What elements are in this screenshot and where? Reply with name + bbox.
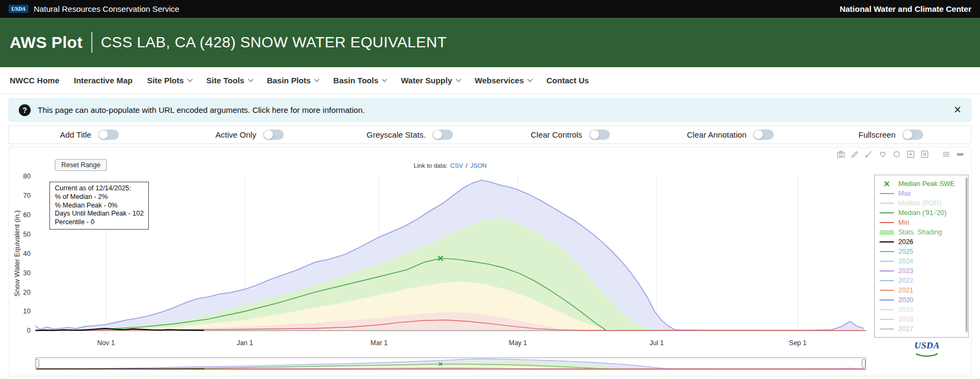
nav-item-webservices[interactable]: Webservices [475, 76, 532, 85]
toggle-spikelines-icon[interactable] [942, 150, 950, 159]
legend-items: Median Peak SWEMaxMedian (POR)Median ('9… [880, 179, 965, 334]
legend-swatch [880, 212, 894, 214]
chevron-down-icon [314, 77, 320, 82]
svg-text:Nov 1: Nov 1 [97, 339, 115, 347]
nav-item-nwcc-home[interactable]: NWCC Home [10, 76, 60, 85]
control-add-title: Add Title [9, 130, 169, 140]
camera-icon[interactable] [837, 150, 845, 159]
legend-label: Max [898, 190, 911, 197]
control-label: Active Only [215, 130, 256, 139]
legend-item-max[interactable]: Max [880, 189, 965, 198]
control-clear-annotation: Clear Annotation [650, 130, 810, 140]
zoom-in-icon[interactable] [906, 150, 915, 159]
clear-controls-toggle[interactable] [589, 130, 610, 140]
modebar [837, 150, 964, 159]
draw-lasso-icon[interactable] [878, 150, 887, 159]
legend-item-2017[interactable]: 2017 [880, 324, 965, 334]
legend-scrollbar[interactable] [965, 177, 968, 332]
legend-label: 2020 [898, 296, 913, 304]
legend-item-2022[interactable]: 2022 [880, 276, 965, 285]
legend-item-median-peak-swe[interactable]: Median Peak SWE [880, 179, 965, 189]
control-label: Greyscale Stats. [366, 130, 426, 139]
legend-item-2026[interactable]: 2026 [880, 237, 965, 247]
control-greyscale-stats: Greyscale Stats. [330, 130, 490, 140]
legend-item-median-por[interactable]: Median (POR) [880, 198, 965, 208]
legend-item-2018[interactable]: 2018 [880, 314, 965, 324]
draw-line-icon[interactable] [864, 150, 873, 159]
legend-label: 2018 [898, 316, 913, 323]
close-icon[interactable]: × [954, 104, 961, 116]
legend-item-2019[interactable]: 2019 [880, 305, 965, 314]
main-chart[interactable]: 01020304050607080Nov 1Jan 1Mar 1May 1Jul… [9, 171, 971, 356]
draw-circle-icon[interactable] [892, 150, 901, 159]
add-title-toggle[interactable] [98, 130, 119, 140]
active-only-toggle[interactable] [263, 130, 284, 140]
legend-swatch [880, 203, 894, 204]
usda-swoosh-icon [915, 352, 939, 357]
legend-label: 2019 [898, 306, 913, 313]
legend-item-2020[interactable]: 2020 [880, 295, 965, 305]
fullscreen-toggle[interactable] [903, 130, 923, 140]
collapse-modebar-icon[interactable] [956, 150, 964, 159]
link-to-data: Link to data: CSV / JSON [414, 162, 488, 169]
svg-text:10: 10 [23, 308, 31, 315]
nav-item-site-plots[interactable]: Site Plots [147, 76, 192, 85]
nav-item-label: Interactive Map [74, 76, 133, 85]
station-title: CSS LAB, CA (428) SNOW WATER EQUIVALENT [101, 34, 447, 51]
legend-item-min[interactable]: Min [880, 218, 965, 227]
legend-swatch [880, 270, 894, 272]
legend-item-2021[interactable]: 2021 [880, 285, 965, 295]
erase-shape-icon[interactable] [920, 150, 929, 159]
usda-logo[interactable]: USDA [914, 341, 940, 360]
clear-annotation-toggle[interactable] [753, 130, 774, 140]
legend-label: 2026 [898, 238, 913, 246]
title-divider [91, 32, 92, 53]
annotation-line: % of Median - 2% [55, 193, 143, 202]
chevron-down-icon [248, 77, 253, 82]
legend-item-median-91-20[interactable]: Median ('91-'20) [880, 208, 965, 218]
chevron-down-icon [382, 77, 387, 82]
csv-link[interactable]: CSV [450, 162, 463, 169]
range-slider[interactable] [35, 357, 866, 370]
greyscale-stats-toggle[interactable] [433, 130, 453, 140]
usda-badge[interactable]: USDA [9, 5, 28, 13]
legend-item-2024[interactable]: 2024 [880, 256, 965, 266]
svg-text:30: 30 [23, 269, 31, 277]
annotation-line: Current as of 12/14/2025: [55, 184, 143, 193]
nav-item-label: Contact Us [546, 76, 589, 85]
svg-text:Sep 1: Sep 1 [789, 339, 807, 347]
legend-swatch [880, 280, 894, 282]
nav-item-site-tools[interactable]: Site Tools [206, 76, 253, 85]
nav-item-basin-tools[interactable]: Basin Tools [333, 76, 386, 85]
link-separator: / [466, 162, 467, 169]
nav-item-basin-plots[interactable]: Basin Plots [267, 76, 319, 85]
json-link[interactable]: JSON [470, 162, 487, 169]
legend-item-stats-shading[interactable]: Stats. Shading [880, 227, 965, 237]
legend-swatch [880, 319, 894, 320]
federal-header-left: USDA Natural Resources Conservation Serv… [9, 4, 179, 13]
nav-item-interactive-map[interactable]: Interactive Map [74, 76, 133, 85]
banner-text[interactable]: This page can auto-populate with URL enc… [38, 105, 365, 115]
control-fullscreen: Fullscreen [811, 130, 971, 140]
range-slider-handle-right[interactable] [862, 360, 866, 368]
nav-item-label: Site Plots [147, 76, 184, 85]
svg-text:70: 70 [23, 192, 31, 199]
agency-name: Natural Resources Conservation Service [34, 4, 179, 13]
legend-swatch [880, 290, 894, 291]
legend: Median Peak SWEMaxMedian (POR)Median ('9… [874, 175, 969, 338]
legend-label: 2022 [898, 277, 913, 284]
range-slider-handle-left[interactable] [36, 360, 39, 368]
legend-label: 2025 [898, 248, 913, 255]
legend-label: Stats. Shading [898, 228, 942, 236]
help-icon: ? [19, 104, 31, 116]
draw-freeform-icon[interactable] [851, 150, 859, 159]
reset-range-button[interactable]: Reset Range [55, 159, 107, 171]
nav-item-water-supply[interactable]: Water Supply [401, 76, 460, 85]
control-label: Add Title [60, 130, 91, 139]
legend-item-2023[interactable]: 2023 [880, 266, 965, 276]
nav-item-contact-us[interactable]: Contact Us [546, 76, 589, 85]
x-marker-icon [880, 181, 894, 187]
legend-label: Median Peak SWE [898, 180, 955, 188]
chevron-down-icon [456, 77, 461, 82]
legend-item-2025[interactable]: 2025 [880, 247, 965, 256]
